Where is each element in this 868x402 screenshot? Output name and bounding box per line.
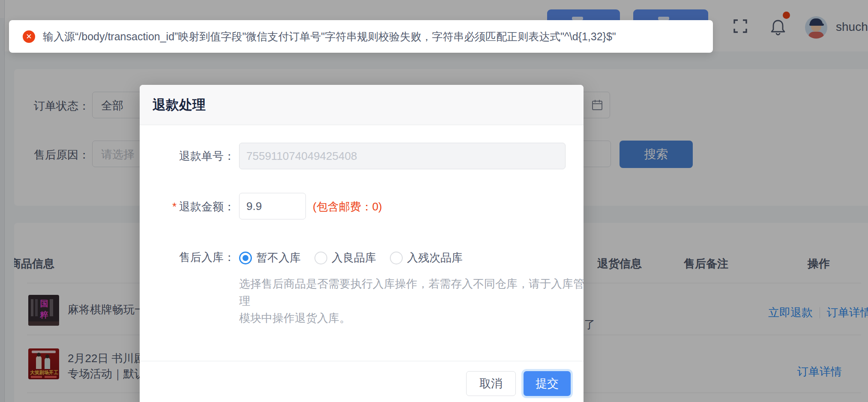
error-toast-message: 输入源“/body/transaction_id”映射到值字段"微信支付订单号"…: [43, 30, 616, 44]
restock-help-text: 选择售后商品是否需要执行入库操作，若需存入不同仓库，请于入库管理 模块中操作退货…: [239, 275, 595, 327]
modal-footer-divider: [140, 361, 584, 361]
radio-unchecked-icon: [390, 252, 403, 264]
required-asterisk: *: [172, 200, 177, 213]
radio-label: 暂不入库: [256, 250, 301, 265]
modal-header: 退款处理: [140, 85, 584, 125]
modal-title: 退款处理: [153, 85, 206, 125]
modal-footer-buttons: 取消 提交: [466, 371, 571, 396]
error-circle-icon: ✕: [23, 30, 35, 43]
submit-button[interactable]: 提交: [524, 371, 571, 396]
radio-label: 入良品库: [332, 250, 376, 265]
radio-option-no-restock[interactable]: 暂不入库: [239, 250, 301, 265]
refund-no-input: [239, 143, 566, 169]
radio-label: 入残次品库: [407, 250, 463, 265]
postage-note: (包含邮费：0): [313, 200, 382, 213]
refund-amount-input[interactable]: [239, 193, 306, 219]
error-toast: ✕ 输入源“/body/transaction_id”映射到值字段"微信支付订单…: [9, 20, 713, 53]
help-line-1: 选择售后商品是否需要执行入库操作，若需存入不同仓库，请于入库管理: [239, 275, 595, 309]
restock-label: 售后入库：: [140, 250, 235, 264]
radio-option-good-warehouse[interactable]: 入良品库: [314, 250, 376, 265]
restock-radio-group: 暂不入库 入良品库 入残次品库: [239, 250, 463, 265]
help-line-2: 模块中操作退货入库。: [239, 309, 595, 327]
cancel-button[interactable]: 取消: [466, 371, 516, 396]
refund-amount-label: *退款金额：: [140, 200, 235, 213]
radio-checked-icon: [239, 252, 252, 264]
radio-option-defective-warehouse[interactable]: 入残次品库: [390, 250, 463, 265]
refund-modal: 退款处理 退款单号： *退款金额： (包含邮费：0) 售后入库： 暂不入库 入良…: [140, 85, 584, 402]
refund-no-label: 退款单号：: [140, 149, 235, 163]
radio-unchecked-icon: [314, 252, 327, 264]
